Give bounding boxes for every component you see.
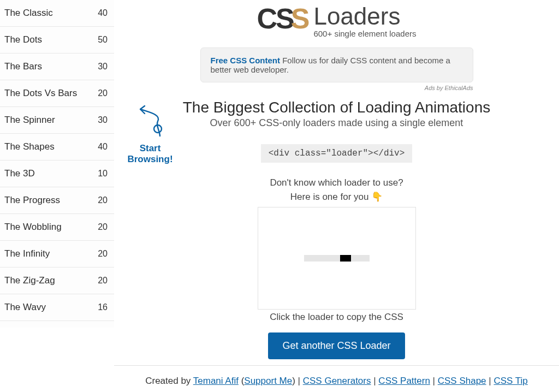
sidebar-item-label: The Dots [4, 34, 42, 45]
sidebar-item-label: The Infinity [4, 248, 50, 259]
sidebar-item-count: 20 [98, 195, 108, 205]
main-content: CSS Loaders 600+ single element loaders … [114, 0, 559, 359]
get-another-button[interactable]: Get another CSS Loader [268, 332, 405, 359]
sidebar-item-count: 10 [98, 169, 108, 179]
logo-css: CSS [257, 4, 311, 33]
sidebar-item-7[interactable]: The Progress20 [0, 187, 114, 214]
sidebar-item-count: 40 [98, 142, 108, 152]
sidebar-item-9[interactable]: The Infinity20 [0, 241, 114, 268]
footer-link-1[interactable]: CSS Pattern [378, 376, 430, 386]
sidebar-item-4[interactable]: The Spinner30 [0, 107, 114, 134]
support-link[interactable]: Support Me [244, 376, 292, 386]
sidebar-item-6[interactable]: The 3D10 [0, 161, 114, 187]
page-headline: The Biggest Collection of Loading Animat… [158, 99, 515, 116]
sidebar-item-label: The Progress [4, 195, 60, 206]
sidebar-item-label: The Shapes [4, 141, 55, 152]
sidebar-item-label: The Spinner [4, 115, 55, 126]
sidebar-item-count: 20 [98, 88, 108, 98]
sidebar-item-3[interactable]: The Dots Vs Bars20 [0, 80, 114, 107]
author-link[interactable]: Temani Afif [193, 376, 239, 386]
footer-link-0[interactable]: CSS Generators [303, 376, 371, 386]
sidebar-item-count: 50 [98, 35, 108, 45]
sidebar-item-label: The Dots Vs Bars [4, 88, 77, 99]
logo-loaders: Loaders [313, 4, 416, 28]
sidebar-item-count: 40 [98, 8, 108, 18]
sidebar-item-count: 30 [98, 62, 108, 72]
point-down-icon: 👇 [371, 192, 383, 202]
sidebar-item-count: 16 [98, 302, 108, 312]
sidebar-item-count: 20 [98, 276, 108, 286]
ad-banner[interactable]: Free CSS Content Follow us for daily CSS… [200, 47, 473, 82]
ad-bold: Free CSS Content [211, 56, 281, 65]
copy-instruction: Click the loader to copy the CSS [158, 312, 515, 323]
sidebar-item-label: The Zig-Zag [4, 275, 55, 286]
sidebar-item-5[interactable]: The Shapes40 [0, 134, 114, 161]
page-subhead: Over 600+ CSS-only loaders made using a … [158, 117, 515, 129]
loader-bar [304, 255, 370, 262]
sidebar-item-2[interactable]: The Bars30 [0, 54, 114, 80]
code-snippet[interactable]: <div class="loader"></div> [261, 144, 413, 163]
footer-link-3[interactable]: CSS Tip [493, 376, 527, 386]
suggestion-text: Don't know which loader to use? Here is … [158, 176, 515, 204]
sidebar-item-8[interactable]: The Wobbling20 [0, 214, 114, 241]
sidebar-item-count: 20 [98, 222, 108, 232]
sidebar-item-count: 30 [98, 115, 108, 125]
logo-subtitle: 600+ single element loaders [313, 29, 416, 38]
footer: Created by Temani Afif (Support Me) | CS… [114, 365, 559, 387]
loader-preview[interactable] [258, 207, 416, 310]
footer-link-2[interactable]: CSS Shape [438, 376, 486, 386]
sidebar-item-label: The Bars [4, 61, 42, 72]
sidebar-item-11[interactable]: The Wavy16 [0, 294, 114, 321]
sidebar-item-count: 20 [98, 249, 108, 259]
sidebar-item-0[interactable]: The Classic40 [0, 0, 114, 27]
loader-bar-thumb [340, 255, 351, 262]
sidebar-item-label: The Wavy [4, 302, 46, 313]
sidebar-item-10[interactable]: The Zig-Zag20 [0, 268, 114, 294]
sidebar-item-1[interactable]: The Dots50 [0, 27, 114, 54]
logo: CSS Loaders 600+ single element loaders [257, 4, 417, 38]
sidebar-item-label: The 3D [4, 168, 35, 179]
ads-attribution[interactable]: Ads by EthicalAds [200, 85, 473, 91]
sidebar[interactable]: The Classic40The Dots50The Bars30The Dot… [0, 0, 114, 328]
sidebar-item-label: The Wobbling [4, 222, 62, 233]
sidebar-item-label: The Classic [4, 8, 53, 19]
